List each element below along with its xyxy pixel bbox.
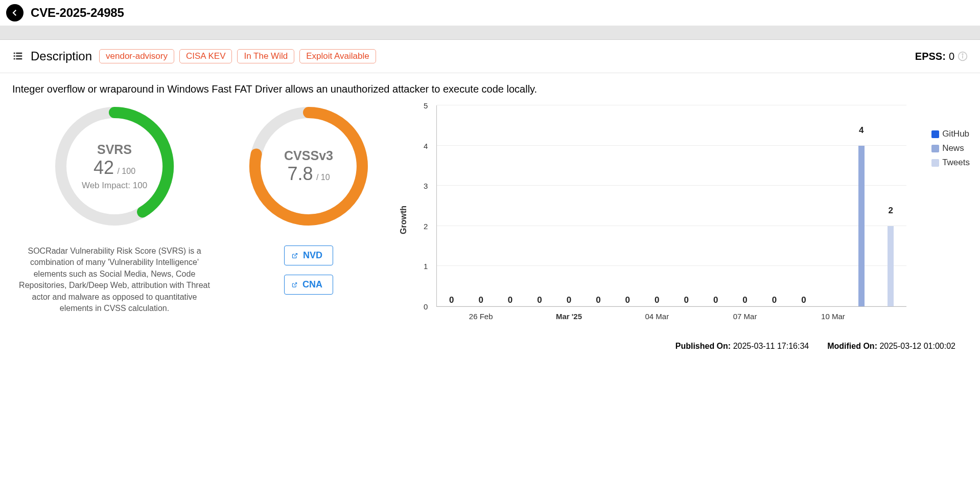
cvss-title: CVSSv3 [265,148,352,163]
tag-exploit-available[interactable]: Exploit Available [299,49,376,63]
arrow-left-icon [10,8,19,17]
epss-label: EPSS: [915,51,946,62]
cna-link-label: CNA [302,279,322,290]
nvd-link-button[interactable]: NVD [284,246,333,265]
tag-in-the-wild[interactable]: In The Wild [237,49,294,63]
svrs-score: 42 [94,157,114,178]
cvss-max: / 10 [316,173,330,182]
chart-legend: GitHub News Tweets [931,129,970,168]
svg-rect-2 [14,55,15,57]
modified-on: Modified On: 2025-03-12 01:00:02 [827,342,955,351]
svrs-web-impact: Web Impact: 100 [71,181,158,191]
svrs-explanation: SOCRadar Vulnerability Risk Score (SVRS)… [17,246,212,314]
nvd-link-label: NVD [303,250,322,261]
svg-line-11 [294,253,297,256]
epss-score: EPSS: 0 [915,51,968,62]
svg-rect-3 [16,55,22,57]
external-link-icon [292,280,297,289]
svg-rect-0 [14,53,15,54]
cvss-score: 7.8 [287,163,313,184]
svg-rect-4 [14,58,15,60]
published-on: Published On: 2025-03-11 17:16:34 [675,342,809,351]
legend-tweets[interactable]: Tweets [931,158,970,168]
svg-rect-5 [16,58,22,60]
cna-link-button[interactable]: CNA [284,275,333,295]
svg-rect-1 [16,53,22,54]
svg-line-12 [294,282,297,285]
divider-strip [0,26,980,40]
legend-github[interactable]: GitHub [931,129,970,139]
svg-point-8 [962,54,963,55]
description-text: Integer overflow or wraparound in Window… [0,73,980,98]
growth-chart: Growth 01234526 FebMar '2504 Mar07 Mar10… [401,102,968,338]
list-icon [12,51,24,62]
svrs-max: / 100 [117,167,135,175]
tag-cisa-kev[interactable]: CISA KEV [179,49,232,63]
section-title: Description [31,49,92,63]
page-title: CVE-2025-24985 [31,6,124,20]
tag-vendor-advisory[interactable]: vendor-advisory [99,49,174,63]
legend-news[interactable]: News [931,143,970,153]
y-axis-label: Growth [399,206,408,234]
epss-value: 0 [949,51,954,62]
svrs-title: SVRS [71,142,158,157]
cvss-gauge: CVSSv3 7.8 / 10 [245,102,372,230]
external-link-icon [292,251,298,260]
svrs-gauge: SVRS 42 / 100 Web Impact: 100 [51,102,178,230]
info-icon[interactable] [958,51,968,61]
back-button[interactable] [6,4,24,21]
tag-list: vendor-advisory CISA KEV In The Wild Exp… [99,49,376,63]
